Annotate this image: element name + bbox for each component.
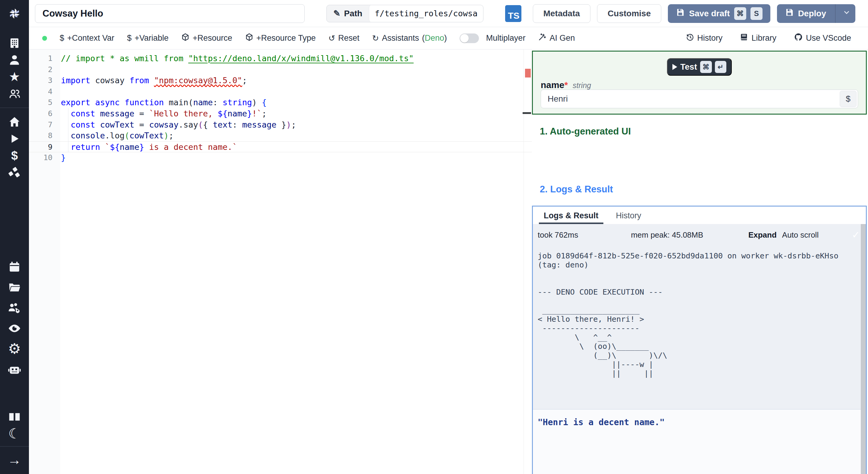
sidebar-item-theme-toggle[interactable]: ☾ [0,425,29,442]
calendar-icon [8,261,21,273]
ai-gen-button[interactable]: AI Gen [538,33,575,43]
name-field-group: $ [541,90,858,108]
sidebar-item-favorites[interactable]: ★ [0,68,29,85]
floppy-icon [785,8,794,19]
code-line[interactable]: 8 console.log(cowText); [29,130,532,141]
code-line[interactable]: 9 return `${name} is a decent name.` [29,141,532,153]
toolbar-left: $+Context Var $+Variable +Resource +Reso… [42,33,575,43]
code-line[interactable]: 4 [29,86,532,97]
use-vscode-button[interactable]: Use VScode [794,33,851,44]
windmill-script-editor: ★ $ ⚙ [0,0,868,474]
sidebar-expand-button[interactable]: → [0,451,29,468]
code-line[interactable]: 7 const cowText = cowsay.say({ text: mes… [29,119,532,130]
autoscroll-label[interactable]: Auto scroll [782,230,818,240]
building-icon [8,37,21,50]
tab-logs-result[interactable]: Logs & Result [539,211,603,224]
sidebar-item-workspace[interactable] [0,35,29,52]
insert-variable-button[interactable]: $ [840,91,857,107]
eye-icon [7,321,22,335]
code-line[interactable]: 10} [29,152,532,164]
dollar-icon: $ [127,33,131,43]
script-title-input[interactable] [35,4,305,23]
main-area: ✎ Path f/testing_roles/cowsa TS Metadata… [29,0,868,474]
code-line[interactable]: 1// import * as wmill from "https://deno… [29,53,532,64]
panel-scrollbar[interactable] [861,224,866,474]
editor-toolbar: $+Context Var $+Variable +Resource +Reso… [29,27,868,50]
tab-history[interactable]: History [611,211,646,224]
assistants-button[interactable]: ↻Assistants(Deno) [372,33,447,43]
field-label-row: name* string [541,80,866,90]
package-icon [181,33,190,43]
args-form: Test ⌘ ↵ name* string $ [532,51,867,115]
result-area[interactable]: "Henri is a decent name." [533,410,866,474]
sidebar-item-schedules[interactable] [0,259,29,275]
clock-history-icon [686,33,694,43]
add-context-var-button[interactable]: $+Context Var [60,33,114,43]
preview-panel: Test ⌘ ↵ name* string $ 1. Auto-gener [532,50,868,474]
typescript-badge-label: TS [508,10,519,21]
status-dot [42,36,47,41]
sidebar-item-audit-logs[interactable] [0,320,29,337]
home-icon [8,116,21,128]
moon-icon: ☾ [8,427,21,441]
code-lines: 1// import * as wmill from "https://deno… [29,53,532,164]
assistants-lang: Deno [425,33,444,42]
arrow-right-icon: → [7,453,22,467]
error-marker [525,69,531,78]
test-label: Test [680,62,697,72]
history-button[interactable]: History [686,33,722,43]
sidebar-divider [0,108,29,108]
sidebar-item-user[interactable] [0,52,29,68]
sidebar-item-resources[interactable] [0,164,29,181]
expand-button[interactable]: Expand [748,230,777,240]
metadata-button[interactable]: Metadata [533,4,590,23]
add-resource-button[interactable]: +Resource [181,33,232,43]
dollar-icon: $ [11,150,18,161]
multiplayer-toggle[interactable] [460,33,479,43]
path-group: ✎ Path f/testing_roles/cowsa [327,5,484,22]
sidebar-divider [0,446,29,447]
name-field-input[interactable] [541,94,840,104]
add-variable-label: +Variable [134,33,168,43]
customise-button[interactable]: Customise [597,4,661,23]
add-variable-button[interactable]: $+Variable [127,33,168,43]
code-line[interactable]: 3import cowsay from "npm:cowsay@1.5.0"; [29,75,532,86]
sidebar-item-groups[interactable] [0,85,29,102]
command-key: ⌘ [700,61,712,73]
deploy-label: Deploy [798,9,826,19]
mem-peak: mem peak: 45.08MB [631,230,703,240]
path-label: Path [344,9,362,19]
sidebar-item-home[interactable] [0,113,29,130]
required-mark: * [564,80,568,90]
assistants-lang-paren: ) [444,33,447,42]
sidebar-item-workers[interactable] [0,299,29,316]
check-icon: ✓ [852,229,860,241]
tabs-row: Logs & Result History [533,207,866,224]
windmill-logo[interactable] [0,0,29,27]
library-button[interactable]: Library [740,33,776,43]
sidebar-item-docs[interactable] [0,408,29,425]
chevron-down-icon[interactable] [840,8,853,19]
save-draft-button[interactable]: Save draft ⌘ S [668,4,770,23]
path-value-input[interactable]: f/testing_roles/cowsa [369,5,483,22]
reset-button[interactable]: ↺Reset [328,33,359,43]
sidebar-item-folders[interactable] [0,279,29,296]
deploy-button[interactable]: Deploy [777,4,855,23]
sidebar-item-runs[interactable] [0,130,29,147]
users-icon [8,87,21,100]
code-line[interactable]: 5export async function main(name: string… [29,97,532,108]
cursor-marker [523,112,531,114]
path-button[interactable]: ✎ Path [327,8,369,19]
code-line[interactable]: 6 const message = `Hello there, ${name}!… [29,108,532,119]
sidebar-item-variables[interactable]: $ [0,147,29,164]
add-resource-type-button[interactable]: +Resource Type [245,33,316,43]
play-icon [9,133,20,144]
code-line[interactable]: 2 [29,64,532,76]
sidebar-item-settings[interactable]: ⚙ [0,340,29,357]
test-button[interactable]: Test ⌘ ↵ [667,58,732,76]
pencil-icon: ✎ [333,8,340,19]
multiplayer-toggle-group: Multiplayer [460,33,526,43]
code-editor[interactable]: 1// import * as wmill from "https://deno… [29,50,532,474]
log-output[interactable]: job 0189d64f-812b-525e-f020-652bd9da1100… [538,251,857,409]
sidebar-item-ai[interactable] [0,361,29,378]
